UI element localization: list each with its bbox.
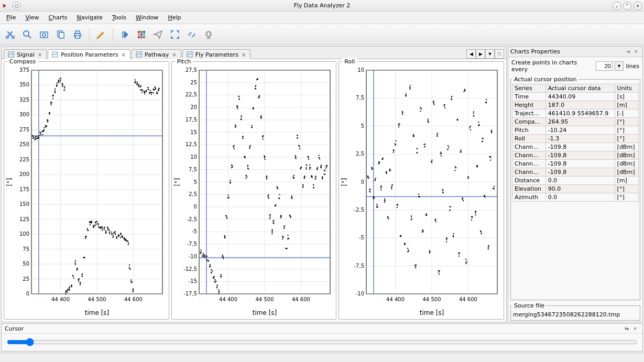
link-button[interactable] xyxy=(184,27,199,42)
svg-rect-869 xyxy=(443,190,444,191)
globe-button[interactable] xyxy=(201,27,216,42)
svg-rect-222 xyxy=(102,228,103,229)
table-header[interactable]: Series xyxy=(512,84,546,93)
menu-help[interactable]: Help xyxy=(163,13,185,23)
screenshot-button[interactable] xyxy=(37,27,51,42)
table-row[interactable]: Chann...-109.8[dBm] xyxy=(512,143,639,151)
play-button[interactable] xyxy=(117,27,132,42)
table-row[interactable]: Compa...264.95[°] xyxy=(512,118,639,126)
close-button[interactable]: × xyxy=(634,2,642,10)
svg-rect-242 xyxy=(111,234,112,235)
tab-maximize-button[interactable]: □ xyxy=(495,49,504,59)
svg-rect-912 xyxy=(461,151,462,152)
panel-close-button[interactable]: × xyxy=(632,48,640,56)
svg-text:10: 10 xyxy=(358,67,365,73)
panel-pin-button[interactable]: ⇥ xyxy=(624,48,632,56)
cursor-close-button[interactable]: × xyxy=(631,325,639,332)
svg-rect-983 xyxy=(493,188,494,189)
tab-dropdown-button[interactable]: ▼ xyxy=(485,49,495,59)
svg-rect-898 xyxy=(455,166,456,167)
cut-button[interactable] xyxy=(3,27,18,42)
cursor-slider[interactable] xyxy=(7,338,637,346)
window-menu-button[interactable]: ○ xyxy=(13,2,21,10)
svg-rect-595 xyxy=(290,216,291,217)
table-row[interactable]: Azimuth0.0[°] xyxy=(512,193,639,202)
svg-rect-797 xyxy=(410,89,411,90)
menubar: FileViewChartsNavigateToolsWindowHelp xyxy=(0,12,644,24)
zoom-button[interactable] xyxy=(20,27,35,42)
edit-button[interactable] xyxy=(94,27,108,42)
grid-button[interactable] xyxy=(134,27,149,42)
table-row[interactable]: Height187.0[m] xyxy=(512,101,639,109)
svg-rect-938 xyxy=(473,113,474,114)
svg-rect-799 xyxy=(409,87,410,89)
tab-prev-button[interactable]: ◀ xyxy=(466,49,476,59)
tab-close-icon[interactable]: × xyxy=(120,52,126,58)
table-row[interactable]: Pitch-10.24[°] xyxy=(512,126,639,135)
points-input[interactable] xyxy=(596,61,613,71)
menu-file[interactable]: File xyxy=(2,13,20,23)
svg-rect-462 xyxy=(230,182,231,183)
table-row[interactable]: Time44340.09[s] xyxy=(512,93,639,101)
svg-text:[°]: [°] xyxy=(341,178,348,186)
minimize-button[interactable]: ⌄ xyxy=(613,2,621,10)
svg-rect-523 xyxy=(257,79,258,80)
table-row[interactable]: Roll-1.3[°] xyxy=(512,135,639,143)
tab-next-button[interactable]: ▶ xyxy=(476,49,485,59)
svg-rect-867 xyxy=(441,156,442,157)
table-row[interactable]: Elevation90.0[°] xyxy=(512,185,639,193)
tab-nav: ◀ ▶ ▼ □ xyxy=(466,49,504,59)
tab-close-icon[interactable]: × xyxy=(241,52,247,58)
cursor-restore-button[interactable]: ⇆ xyxy=(623,325,631,332)
svg-rect-575 xyxy=(281,216,282,217)
tab-position-parameters[interactable]: Position Parameters× xyxy=(48,49,130,59)
svg-text:20: 20 xyxy=(190,104,197,110)
table-row[interactable]: Distance0.0[m] xyxy=(512,177,639,185)
send-button[interactable] xyxy=(151,27,166,42)
svg-rect-827 xyxy=(423,231,424,232)
svg-rect-210 xyxy=(96,221,97,222)
points-dropdown-button[interactable]: ▼ xyxy=(615,61,624,71)
svg-point-20 xyxy=(206,31,211,37)
menu-window[interactable]: Window xyxy=(132,13,162,23)
svg-rect-976 xyxy=(490,157,491,158)
pitch-chart-panel[interactable]: Pitch -17,5-15-12,5-10-7,5-5-2,502,557,5… xyxy=(171,61,337,320)
fit-button[interactable] xyxy=(168,27,182,42)
maximize-button[interactable]: ⌃ xyxy=(623,2,631,10)
table-cell: Roll xyxy=(512,135,546,143)
menu-view[interactable]: View xyxy=(21,13,43,23)
svg-rect-603 xyxy=(292,177,293,178)
tab-close-icon[interactable]: × xyxy=(171,52,177,58)
table-row[interactable]: Chann...-109.8[dBm] xyxy=(512,168,639,177)
svg-rect-313 xyxy=(144,92,145,93)
svg-rect-821 xyxy=(420,107,421,108)
table-header[interactable]: Actual cursor data xyxy=(545,84,615,93)
svg-rect-971 xyxy=(488,249,489,250)
svg-text:44 600: 44 600 xyxy=(292,297,310,302)
tab-pathway[interactable]: Pathway× xyxy=(132,49,181,59)
svg-rect-402 xyxy=(202,256,203,257)
svg-rect-465 xyxy=(231,164,232,166)
svg-rect-964 xyxy=(484,195,485,196)
table-row[interactable]: Traject...461410.9 5549657.9[-] xyxy=(512,109,639,118)
table-header[interactable]: Units xyxy=(615,84,638,93)
svg-rect-288 xyxy=(133,289,134,290)
cursor-header: Cursor ⇆ × xyxy=(2,324,642,334)
menu-charts[interactable]: Charts xyxy=(45,13,72,23)
menu-navigate[interactable]: Navigate xyxy=(73,13,107,23)
svg-rect-589 xyxy=(288,238,289,239)
table-row[interactable]: Chann...-109.8[dBm] xyxy=(512,160,639,168)
table-row[interactable]: Chann...-109.8[dBm] xyxy=(512,151,639,160)
tab-close-icon[interactable]: × xyxy=(37,52,43,58)
svg-rect-122 xyxy=(57,85,58,86)
table-cell: [dBm] xyxy=(615,151,638,160)
print-button[interactable] xyxy=(70,27,85,42)
svg-rect-246 xyxy=(113,236,114,237)
roll-chart-panel[interactable]: Roll -10-7,5-5-2,502,557,51044 40044 500… xyxy=(339,61,504,320)
svg-text:125: 125 xyxy=(19,216,29,222)
svg-rect-290 xyxy=(133,288,134,289)
compass-chart-panel[interactable]: Compass 02550751001251501752002252502753… xyxy=(4,61,169,320)
svg-rect-254 xyxy=(116,236,117,237)
menu-tools[interactable]: Tools xyxy=(108,13,130,23)
copy-button[interactable] xyxy=(53,27,68,42)
